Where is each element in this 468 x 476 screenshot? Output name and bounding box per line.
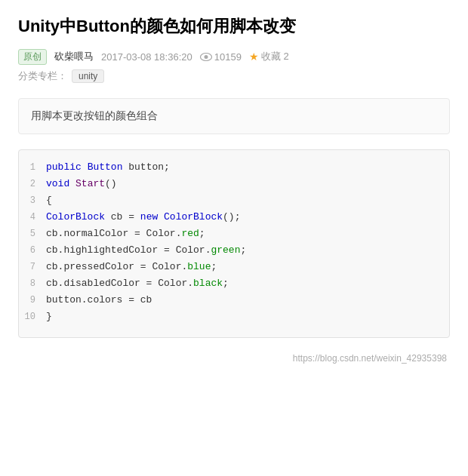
category-tag[interactable]: unity xyxy=(72,69,104,83)
line-num-3: 3 xyxy=(19,195,46,206)
line-num-2: 2 xyxy=(19,179,46,189)
eye-icon xyxy=(200,53,212,61)
code-content-6: cb.highlightedColor = Color.green; xyxy=(46,244,449,256)
section-description-text: 用脚本更改按钮的颜色组合 xyxy=(31,109,158,121)
code-line-5: 5 cb.normalColor = Color.red; xyxy=(19,227,449,244)
section-description: 用脚本更改按钮的颜色组合 xyxy=(18,98,450,134)
author-name[interactable]: 砍柴喂马 xyxy=(54,50,94,63)
code-content-3: { xyxy=(46,195,449,206)
footer-link: https://blog.csdn.net/weixin_42935398 xyxy=(18,353,450,364)
code-content-8: cb.disabledColor = Color.black; xyxy=(46,278,449,289)
view-count: 10159 xyxy=(214,51,242,63)
code-line-1: 1 public Button button; xyxy=(19,161,449,177)
code-line-2: 2 void Start() xyxy=(19,177,449,194)
line-num-7: 7 xyxy=(19,262,46,272)
page-container: Unity中Button的颜色如何用脚本改变 原创 砍柴喂马 2017-03-0… xyxy=(0,0,468,379)
code-line-8: 8 cb.disabledColor = Color.black; xyxy=(19,277,449,293)
line-num-9: 9 xyxy=(19,295,46,306)
svg-point-1 xyxy=(204,55,208,59)
footer-link-text: https://blog.csdn.net/weixin_42935398 xyxy=(293,353,447,364)
original-badge[interactable]: 原创 xyxy=(18,49,47,65)
code-content-1: public Button button; xyxy=(46,161,449,173)
code-line-3: 3 { xyxy=(19,194,449,210)
star-icon: ★ xyxy=(249,51,259,63)
code-content-2: void Start() xyxy=(46,178,449,189)
code-block: 1 public Button button; 2 void Start() 3… xyxy=(18,149,450,338)
code-content-7: cb.pressedColor = Color.blue; xyxy=(46,261,449,272)
code-line-4: 4 ColorBlock cb = new ColorBlock(); xyxy=(19,210,449,227)
publish-time: 2017-03-08 18:36:20 xyxy=(101,51,192,63)
code-line-6: 6 cb.highlightedColor = Color.green; xyxy=(19,244,449,260)
star-wrap: ★ 收藏 2 xyxy=(249,50,289,63)
line-num-1: 1 xyxy=(19,162,46,173)
code-line-7: 7 cb.pressedColor = Color.blue; xyxy=(19,260,449,277)
line-num-10: 10 xyxy=(19,312,46,322)
code-content-4: ColorBlock cb = new ColorBlock(); xyxy=(46,211,449,223)
code-content-5: cb.normalColor = Color.red; xyxy=(46,228,449,239)
line-num-8: 8 xyxy=(19,278,46,289)
line-num-6: 6 xyxy=(19,245,46,256)
article-title: Unity中Button的颜色如何用脚本改变 xyxy=(18,15,450,38)
meta-row: 原创 砍柴喂马 2017-03-08 18:36:20 10159 ★ 收藏 2 xyxy=(18,49,450,65)
category-label: 分类专栏： xyxy=(18,69,67,83)
line-num-4: 4 xyxy=(19,212,46,223)
code-content-10: } xyxy=(46,311,449,322)
stars-label: 收藏 2 xyxy=(261,50,289,63)
code-line-9: 9 button.colors = cb xyxy=(19,293,449,310)
code-content-9: button.colors = cb xyxy=(46,294,449,306)
code-line-10: 10 } xyxy=(19,310,449,327)
line-num-5: 5 xyxy=(19,229,46,239)
category-row: 分类专栏： unity xyxy=(18,69,450,83)
view-count-wrap: 10159 xyxy=(200,51,242,63)
